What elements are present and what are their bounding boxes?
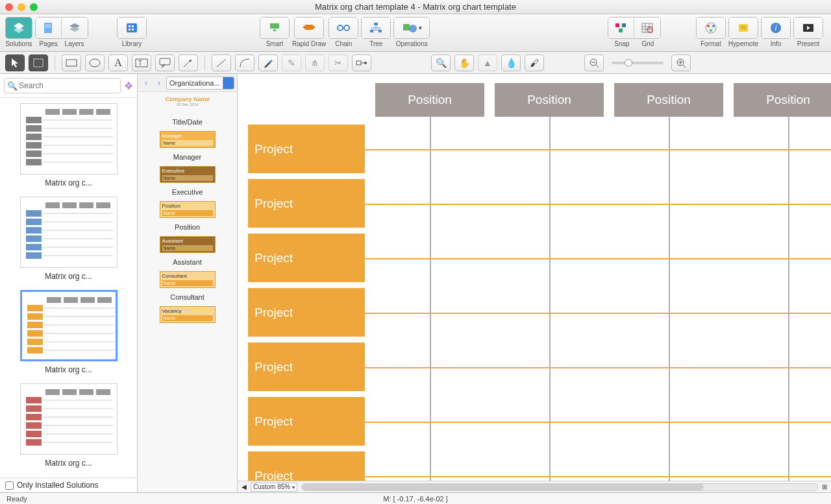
- svg-rect-103: [27, 322, 43, 328]
- zoom-level-select[interactable]: Custom 85% ▾: [251, 483, 297, 492]
- svg-rect-20: [370, 30, 373, 32]
- horizontal-connector: [365, 476, 831, 477]
- solutions-button[interactable]: [6, 18, 32, 38]
- library-back-button[interactable]: ‹: [140, 77, 152, 90]
- curve-tool[interactable]: [235, 54, 254, 71]
- library-forward-button[interactable]: ›: [153, 77, 165, 90]
- svg-rect-3: [45, 25, 51, 25]
- project-row[interactable]: Project: [248, 397, 365, 446]
- callout-tool[interactable]: [155, 54, 175, 71]
- project-row[interactable]: Project: [248, 179, 365, 228]
- project-row[interactable]: Project: [248, 342, 365, 391]
- rapid-draw-button[interactable]: [295, 18, 323, 38]
- grid-button[interactable]: [634, 18, 660, 38]
- pages-button[interactable]: [36, 18, 62, 38]
- zoom-in-button[interactable]: [671, 54, 691, 71]
- text-select-tool[interactable]: [29, 54, 48, 71]
- vacancy-shape[interactable]: VacancyName: [160, 306, 216, 326]
- svg-rect-122: [26, 439, 42, 446]
- ellipse-tool[interactable]: [85, 54, 105, 71]
- svg-rect-110: [97, 297, 112, 303]
- svg-marker-47: [12, 58, 18, 67]
- template-thumbnail[interactable]: Matrix org c...: [4, 103, 133, 187]
- only-installed-checkbox[interactable]: Only Installed Solutions: [0, 477, 137, 492]
- eyedropper-tool[interactable]: 💧: [501, 54, 521, 71]
- consultant-shape[interactable]: ConsultantName: [160, 271, 216, 291]
- fit-page-icon[interactable]: ⊞: [822, 483, 827, 490]
- brush-tool[interactable]: 🖌: [525, 54, 544, 71]
- company-name-shape[interactable]: Company Name: [160, 96, 216, 102]
- library-label: Library: [122, 40, 142, 47]
- library-category-select[interactable]: Organizationa...: [166, 77, 234, 90]
- position-shape[interactable]: PositionName: [160, 201, 216, 221]
- svg-rect-120: [26, 422, 42, 429]
- svg-rect-107: [47, 297, 61, 303]
- hypernote-label: Hypernote: [728, 40, 758, 47]
- line-tool[interactable]: [212, 54, 231, 71]
- canvas-area[interactable]: PositionPositionPositionPositionProjectP…: [238, 74, 831, 492]
- svg-rect-92: [62, 202, 77, 208]
- anchor-tool[interactable]: ⋔: [305, 54, 325, 71]
- library-button[interactable]: [118, 18, 146, 38]
- operations-button[interactable]: ▾: [394, 18, 429, 38]
- stamp-tool[interactable]: ▲: [478, 54, 497, 71]
- zoom-slider[interactable]: [612, 62, 664, 64]
- assistant-shape[interactable]: AssistantName: [160, 236, 216, 256]
- rectangle-tool[interactable]: [62, 54, 81, 71]
- chain-button[interactable]: [329, 18, 358, 38]
- main-toolbar: Solutions PagesLayers Library Smart Rapi…: [0, 14, 831, 52]
- project-row[interactable]: Project: [248, 288, 365, 337]
- solutions-filter-icon[interactable]: ❖: [124, 80, 133, 92]
- project-row[interactable]: Project: [248, 234, 365, 282]
- tree-button[interactable]: [362, 18, 390, 38]
- svg-rect-86: [26, 219, 42, 225]
- svg-point-26: [409, 25, 417, 32]
- manager-shape[interactable]: ManagerName: [160, 131, 216, 150]
- thumbnail-caption: Matrix org c...: [4, 178, 133, 187]
- arrow-tool[interactable]: [179, 54, 198, 71]
- position-header[interactable]: Position: [734, 83, 831, 117]
- hypernote-button[interactable]: [729, 18, 758, 38]
- lib-label-manager: Manager: [140, 153, 234, 161]
- position-header[interactable]: Position: [375, 83, 484, 117]
- zoom-tool[interactable]: 🔍: [431, 54, 451, 71]
- connection-tool[interactable]: [352, 54, 371, 71]
- only-installed-input[interactable]: [5, 481, 14, 490]
- layers-button[interactable]: [62, 18, 88, 38]
- window-title: Matrix org chart template 4 - Matrix org…: [0, 2, 831, 12]
- executive-shape[interactable]: ExecutiveName: [160, 166, 216, 186]
- zoom-out-button[interactable]: [584, 54, 604, 71]
- horizontal-scrollbar[interactable]: [301, 483, 818, 491]
- project-row[interactable]: Project: [248, 125, 365, 173]
- snap-button[interactable]: [608, 18, 634, 38]
- info-button[interactable]: i: [762, 18, 790, 38]
- template-thumbnail[interactable]: Matrix org c...: [4, 290, 133, 374]
- tree-label: Tree: [369, 40, 382, 47]
- svg-rect-8: [129, 25, 130, 27]
- lib-label-assistant: Assistant: [140, 258, 234, 266]
- hand-tool[interactable]: ✋: [454, 54, 474, 71]
- text-tool[interactable]: A: [108, 54, 128, 71]
- thumbnail-caption: Matrix org c...: [4, 272, 133, 281]
- template-thumbnail[interactable]: Matrix org c...: [4, 197, 133, 281]
- pointer-tool[interactable]: [5, 54, 25, 71]
- textbox-tool[interactable]: T: [132, 54, 151, 71]
- svg-rect-126: [96, 389, 110, 395]
- position-header[interactable]: Position: [614, 83, 723, 117]
- present-button[interactable]: [794, 18, 823, 38]
- format-button[interactable]: [697, 18, 725, 38]
- status-ready: Ready: [6, 495, 27, 503]
- smart-button[interactable]: [260, 18, 289, 38]
- status-bar: Ready M: [ -0.17, -6.4e-02 ]: [0, 492, 831, 504]
- search-input[interactable]: [4, 78, 121, 93]
- scissors-tool[interactable]: ✂: [329, 54, 348, 71]
- layers-label: Layers: [65, 40, 84, 47]
- smart-label: Smart: [266, 40, 284, 47]
- pen-tool[interactable]: [258, 54, 278, 71]
- edit-point-tool[interactable]: ✎: [282, 54, 301, 71]
- template-thumbnail[interactable]: Matrix org c...: [4, 383, 133, 468]
- svg-rect-49: [66, 60, 77, 66]
- svg-point-50: [90, 59, 100, 67]
- svg-text:T: T: [138, 60, 142, 67]
- position-header[interactable]: Position: [495, 83, 604, 117]
